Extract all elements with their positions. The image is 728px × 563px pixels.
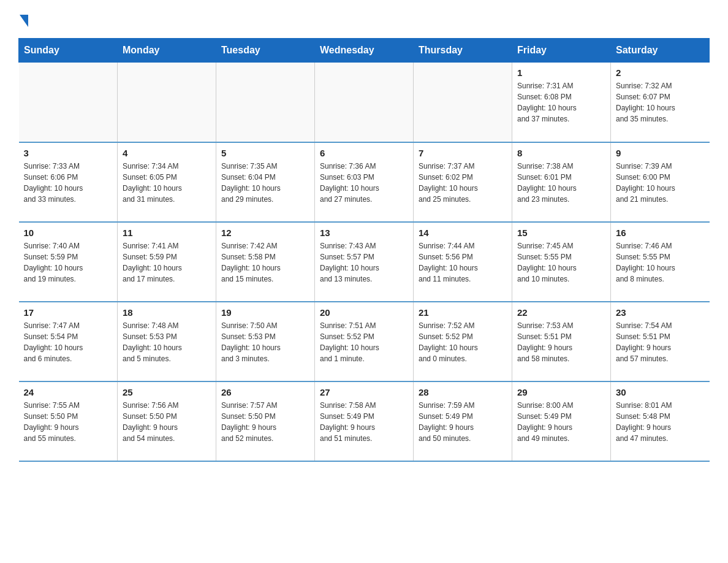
day-number: 12	[221, 228, 309, 238]
day-info: Sunrise: 7:53 AMSunset: 5:51 PMDaylight:…	[517, 320, 605, 364]
calendar-cell: 18Sunrise: 7:48 AMSunset: 5:53 PMDayligh…	[118, 302, 216, 381]
day-number: 22	[517, 307, 605, 318]
day-number: 2	[616, 67, 705, 78]
calendar-cell: 8Sunrise: 7:38 AMSunset: 6:01 PMDaylight…	[512, 142, 611, 222]
day-number: 23	[616, 307, 705, 318]
day-info: Sunrise: 7:46 AMSunset: 5:55 PMDaylight:…	[616, 240, 705, 285]
day-number: 9	[616, 148, 705, 158]
day-info: Sunrise: 7:55 AMSunset: 5:50 PMDaylight:…	[24, 400, 113, 444]
calendar-cell: 9Sunrise: 7:39 AMSunset: 6:00 PMDaylight…	[611, 142, 710, 222]
calendar-header: SundayMondayTuesdayWednesdayThursdayFrid…	[19, 39, 710, 63]
calendar-cell: 30Sunrise: 8:01 AMSunset: 5:48 PMDayligh…	[611, 381, 710, 461]
day-info: Sunrise: 7:35 AMSunset: 6:04 PMDaylight:…	[221, 161, 309, 205]
logo	[18, 12, 28, 27]
day-number: 14	[419, 228, 507, 238]
calendar-cell	[19, 63, 118, 142]
day-number: 8	[517, 148, 605, 158]
day-number: 15	[517, 228, 605, 238]
weekday-header-tuesday: Tuesday	[216, 39, 315, 63]
day-number: 4	[123, 148, 211, 158]
day-info: Sunrise: 8:00 AMSunset: 5:49 PMDaylight:…	[517, 400, 605, 444]
calendar-cell: 19Sunrise: 7:50 AMSunset: 5:53 PMDayligh…	[216, 302, 315, 381]
calendar-cell	[118, 63, 216, 142]
day-info: Sunrise: 7:57 AMSunset: 5:50 PMDaylight:…	[221, 400, 309, 444]
calendar-cell: 7Sunrise: 7:37 AMSunset: 6:02 PMDaylight…	[414, 142, 512, 222]
day-info: Sunrise: 7:50 AMSunset: 5:53 PMDaylight:…	[221, 320, 309, 364]
calendar-cell: 1Sunrise: 7:31 AMSunset: 6:08 PMDaylight…	[512, 63, 611, 142]
day-number: 13	[320, 228, 408, 238]
day-number: 16	[616, 228, 705, 238]
day-info: Sunrise: 7:37 AMSunset: 6:02 PMDaylight:…	[419, 161, 507, 205]
calendar-cell	[216, 63, 315, 142]
calendar-cell: 14Sunrise: 7:44 AMSunset: 5:56 PMDayligh…	[414, 222, 512, 302]
calendar-cell: 5Sunrise: 7:35 AMSunset: 6:04 PMDaylight…	[216, 142, 315, 222]
day-info: Sunrise: 7:36 AMSunset: 6:03 PMDaylight:…	[320, 161, 408, 205]
day-number: 1	[517, 67, 605, 78]
day-info: Sunrise: 7:56 AMSunset: 5:50 PMDaylight:…	[123, 400, 211, 444]
calendar-cell: 10Sunrise: 7:40 AMSunset: 5:59 PMDayligh…	[19, 222, 118, 302]
day-info: Sunrise: 7:41 AMSunset: 5:59 PMDaylight:…	[123, 240, 211, 285]
day-number: 21	[419, 307, 507, 318]
calendar-cell: 21Sunrise: 7:52 AMSunset: 5:52 PMDayligh…	[414, 302, 512, 381]
week-row-5: 24Sunrise: 7:55 AMSunset: 5:50 PMDayligh…	[19, 381, 710, 461]
calendar-cell: 23Sunrise: 7:54 AMSunset: 5:51 PMDayligh…	[611, 302, 710, 381]
calendar-table: SundayMondayTuesdayWednesdayThursdayFrid…	[18, 38, 710, 462]
calendar-cell	[315, 63, 414, 142]
day-number: 28	[419, 387, 507, 397]
day-info: Sunrise: 7:51 AMSunset: 5:52 PMDaylight:…	[320, 320, 408, 364]
calendar-cell: 11Sunrise: 7:41 AMSunset: 5:59 PMDayligh…	[118, 222, 216, 302]
weekday-header-friday: Friday	[512, 39, 611, 63]
week-row-4: 17Sunrise: 7:47 AMSunset: 5:54 PMDayligh…	[19, 302, 710, 381]
day-number: 29	[517, 387, 605, 397]
calendar-cell: 26Sunrise: 7:57 AMSunset: 5:50 PMDayligh…	[216, 381, 315, 461]
day-number: 11	[123, 228, 211, 238]
day-info: Sunrise: 7:47 AMSunset: 5:54 PMDaylight:…	[24, 320, 113, 364]
day-info: Sunrise: 8:01 AMSunset: 5:48 PMDaylight:…	[616, 400, 705, 444]
calendar-cell: 27Sunrise: 7:58 AMSunset: 5:49 PMDayligh…	[315, 381, 414, 461]
day-info: Sunrise: 7:58 AMSunset: 5:49 PMDaylight:…	[320, 400, 408, 444]
day-number: 20	[320, 307, 408, 318]
day-number: 7	[419, 148, 507, 158]
day-info: Sunrise: 7:39 AMSunset: 6:00 PMDaylight:…	[616, 161, 705, 205]
day-number: 17	[24, 307, 113, 318]
day-number: 27	[320, 387, 408, 397]
calendar-cell: 17Sunrise: 7:47 AMSunset: 5:54 PMDayligh…	[19, 302, 118, 381]
calendar-cell: 25Sunrise: 7:56 AMSunset: 5:50 PMDayligh…	[118, 381, 216, 461]
logo-triangle-icon	[20, 15, 28, 27]
week-row-2: 3Sunrise: 7:33 AMSunset: 6:06 PMDaylight…	[19, 142, 710, 222]
calendar-cell: 16Sunrise: 7:46 AMSunset: 5:55 PMDayligh…	[611, 222, 710, 302]
day-info: Sunrise: 7:43 AMSunset: 5:57 PMDaylight:…	[320, 240, 408, 285]
day-number: 24	[24, 387, 113, 397]
day-info: Sunrise: 7:31 AMSunset: 6:08 PMDaylight:…	[517, 80, 605, 124]
day-info: Sunrise: 7:42 AMSunset: 5:58 PMDaylight:…	[221, 240, 309, 285]
weekday-header-saturday: Saturday	[611, 39, 710, 63]
day-info: Sunrise: 7:48 AMSunset: 5:53 PMDaylight:…	[123, 320, 211, 364]
day-number: 10	[24, 228, 113, 238]
day-number: 3	[24, 148, 113, 158]
weekday-header-thursday: Thursday	[414, 39, 512, 63]
calendar-cell: 29Sunrise: 8:00 AMSunset: 5:49 PMDayligh…	[512, 381, 611, 461]
calendar-cell: 20Sunrise: 7:51 AMSunset: 5:52 PMDayligh…	[315, 302, 414, 381]
calendar-cell: 28Sunrise: 7:59 AMSunset: 5:49 PMDayligh…	[414, 381, 512, 461]
day-info: Sunrise: 7:33 AMSunset: 6:06 PMDaylight:…	[24, 161, 113, 205]
day-info: Sunrise: 7:59 AMSunset: 5:49 PMDaylight:…	[419, 400, 507, 444]
calendar-cell: 15Sunrise: 7:45 AMSunset: 5:55 PMDayligh…	[512, 222, 611, 302]
day-number: 19	[221, 307, 309, 318]
weekday-header-monday: Monday	[118, 39, 216, 63]
day-info: Sunrise: 7:34 AMSunset: 6:05 PMDaylight:…	[123, 161, 211, 205]
day-info: Sunrise: 7:38 AMSunset: 6:01 PMDaylight:…	[517, 161, 605, 205]
week-row-1: 1Sunrise: 7:31 AMSunset: 6:08 PMDaylight…	[19, 63, 710, 142]
day-number: 26	[221, 387, 309, 397]
day-number: 25	[123, 387, 211, 397]
day-info: Sunrise: 7:52 AMSunset: 5:52 PMDaylight:…	[419, 320, 507, 364]
day-number: 18	[123, 307, 211, 318]
calendar-cell: 3Sunrise: 7:33 AMSunset: 6:06 PMDaylight…	[19, 142, 118, 222]
calendar-cell: 6Sunrise: 7:36 AMSunset: 6:03 PMDaylight…	[315, 142, 414, 222]
calendar-cell: 2Sunrise: 7:32 AMSunset: 6:07 PMDaylight…	[611, 63, 710, 142]
calendar-body: 1Sunrise: 7:31 AMSunset: 6:08 PMDaylight…	[19, 63, 710, 461]
day-info: Sunrise: 7:32 AMSunset: 6:07 PMDaylight:…	[616, 80, 705, 124]
calendar-cell: 12Sunrise: 7:42 AMSunset: 5:58 PMDayligh…	[216, 222, 315, 302]
calendar-cell: 13Sunrise: 7:43 AMSunset: 5:57 PMDayligh…	[315, 222, 414, 302]
weekday-header-sunday: Sunday	[19, 39, 118, 63]
calendar-cell: 4Sunrise: 7:34 AMSunset: 6:05 PMDaylight…	[118, 142, 216, 222]
